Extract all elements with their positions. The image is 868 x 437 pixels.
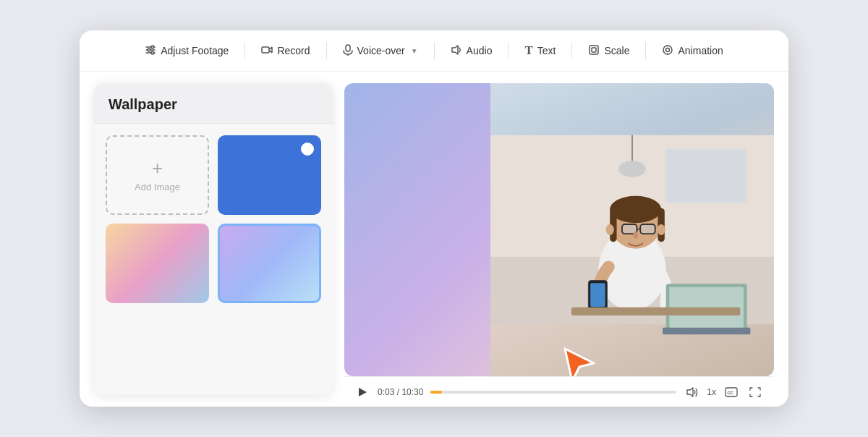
svg-point-33 bbox=[658, 224, 665, 235]
add-image-label: Add Image bbox=[135, 182, 180, 192]
app-container: Adjust Footage Record Voice-over bbox=[80, 30, 788, 407]
svg-point-18 bbox=[667, 53, 668, 54]
divider-5 bbox=[571, 42, 572, 59]
wallpaper-header: Wallpaper bbox=[94, 83, 333, 124]
voice-over-dropdown-icon: ▼ bbox=[411, 47, 418, 55]
wallpaper-swatch-cool[interactable] bbox=[218, 224, 321, 303]
text-label: Text bbox=[537, 45, 556, 56]
svg-rect-10 bbox=[346, 45, 350, 51]
swatch-selected-indicator bbox=[299, 141, 315, 157]
add-image-button[interactable]: + Add Image bbox=[106, 135, 209, 215]
divider-1 bbox=[244, 42, 245, 59]
svg-point-22 bbox=[618, 161, 645, 177]
video-controls: 0:03 / 10:30 1x bbox=[344, 376, 774, 407]
svg-point-26 bbox=[610, 196, 661, 223]
svg-rect-23 bbox=[666, 148, 747, 203]
current-time: 0:03 bbox=[378, 387, 394, 397]
controls-right: 1x CC bbox=[684, 386, 764, 399]
adjust-footage-button[interactable]: Adjust Footage bbox=[135, 38, 239, 64]
svg-rect-30 bbox=[640, 224, 655, 234]
wallpaper-title: Wallpaper bbox=[109, 96, 177, 112]
text-icon: T bbox=[524, 43, 532, 58]
svg-text:CC: CC bbox=[728, 391, 734, 395]
svg-point-5 bbox=[148, 48, 150, 51]
svg-rect-40 bbox=[571, 307, 740, 315]
audio-button[interactable]: Audio bbox=[441, 38, 503, 64]
svg-rect-9 bbox=[262, 47, 269, 53]
video-player bbox=[344, 83, 774, 376]
record-button[interactable]: Record bbox=[251, 38, 320, 64]
captions-button[interactable]: CC bbox=[722, 386, 741, 399]
voice-over-label: Voice-over bbox=[357, 45, 405, 56]
svg-rect-14 bbox=[592, 48, 596, 52]
total-time: 10:30 bbox=[401, 387, 423, 397]
divider-3 bbox=[434, 42, 435, 59]
video-content bbox=[490, 83, 774, 376]
svg-point-16 bbox=[666, 48, 670, 51]
svg-rect-38 bbox=[663, 328, 750, 334]
animation-button[interactable]: Animation bbox=[652, 38, 733, 64]
wallpaper-swatch-blue[interactable] bbox=[218, 135, 321, 215]
toolbar: Adjust Footage Record Voice-over bbox=[80, 30, 788, 72]
scale-label: Scale bbox=[604, 45, 629, 56]
divider-6 bbox=[645, 42, 646, 59]
time-display: 0:03 / 10:30 bbox=[378, 387, 423, 397]
add-image-plus-icon: + bbox=[152, 158, 163, 177]
svg-marker-12 bbox=[452, 46, 458, 54]
svg-point-32 bbox=[606, 224, 614, 235]
svg-rect-36 bbox=[590, 283, 605, 307]
volume-button[interactable] bbox=[684, 386, 701, 399]
svg-point-2 bbox=[151, 46, 154, 48]
audio-icon bbox=[451, 44, 462, 58]
wallpaper-panel: Wallpaper + Add Image bbox=[94, 83, 333, 395]
adjust-footage-icon bbox=[145, 44, 156, 58]
svg-point-15 bbox=[663, 46, 672, 54]
voice-over-icon bbox=[343, 44, 353, 58]
divider-2 bbox=[326, 42, 327, 59]
adjust-footage-label: Adjust Footage bbox=[161, 45, 229, 56]
svg-point-17 bbox=[667, 45, 668, 46]
fullscreen-button[interactable] bbox=[746, 386, 764, 399]
svg-point-8 bbox=[151, 51, 154, 54]
svg-rect-13 bbox=[590, 46, 598, 54]
animation-icon bbox=[662, 44, 673, 58]
svg-marker-43 bbox=[687, 388, 693, 396]
record-icon bbox=[261, 44, 273, 58]
play-button[interactable] bbox=[354, 386, 370, 399]
progress-fill bbox=[430, 391, 442, 394]
wallpaper-swatch-warm[interactable] bbox=[106, 224, 209, 303]
content-area: Wallpaper + Add Image bbox=[80, 72, 788, 407]
progress-bar[interactable] bbox=[430, 391, 676, 394]
animation-label: Animation bbox=[678, 45, 723, 56]
svg-marker-42 bbox=[359, 388, 367, 396]
divider-4 bbox=[508, 42, 509, 59]
video-area: 0:03 / 10:30 1x bbox=[344, 83, 774, 407]
voice-over-button[interactable]: Voice-over ▼ bbox=[333, 38, 428, 64]
audio-label: Audio bbox=[467, 45, 493, 56]
scale-button[interactable]: Scale bbox=[578, 38, 639, 64]
record-label: Record bbox=[277, 45, 310, 56]
svg-marker-41 bbox=[565, 349, 594, 376]
scale-icon bbox=[588, 44, 600, 58]
svg-point-34 bbox=[633, 232, 638, 238]
wallpaper-grid: + Add Image bbox=[94, 124, 333, 315]
speed-label: 1x bbox=[707, 387, 716, 397]
text-button[interactable]: T Text bbox=[514, 38, 566, 64]
